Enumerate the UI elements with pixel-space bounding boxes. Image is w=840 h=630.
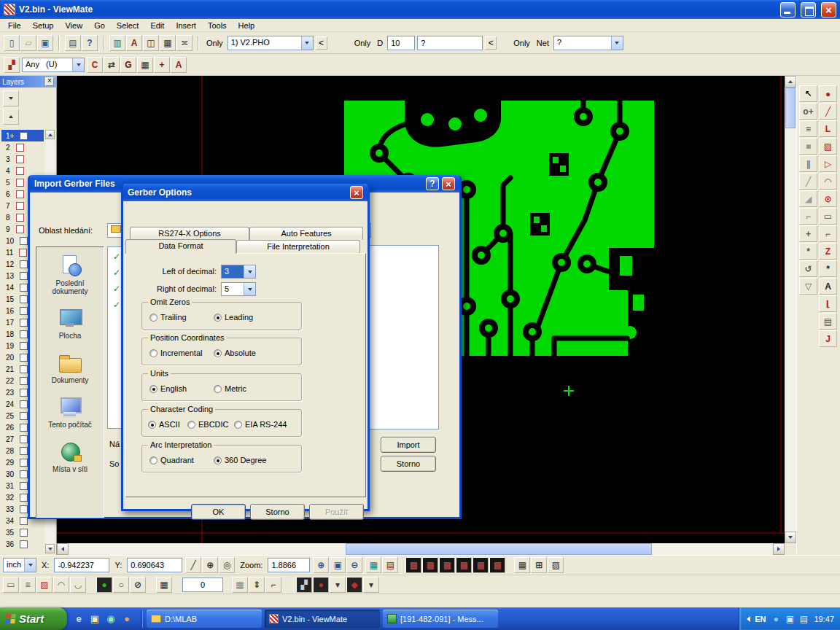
explorer-icon[interactable]: ▣ bbox=[88, 612, 102, 626]
radio-absolute[interactable] bbox=[214, 349, 222, 357]
place-desktop[interactable]: Plocha bbox=[36, 300, 104, 344]
steps-tool-icon[interactable]: ⌐ bbox=[799, 208, 817, 225]
hatch-tool-icon[interactable]: ∥ bbox=[799, 155, 817, 172]
dialog-close-button[interactable] bbox=[442, 177, 455, 190]
text-a-tool-icon[interactable]: A bbox=[819, 278, 837, 295]
zoom-out-icon[interactable]: ⊖ bbox=[346, 557, 362, 573]
save-icon[interactable]: ▣ bbox=[37, 35, 53, 51]
menu-item[interactable]: Insert bbox=[170, 20, 202, 31]
rect-tool-icon[interactable]: ▭ bbox=[819, 208, 837, 225]
grid-lines-icon[interactable]: ▤ bbox=[382, 557, 398, 573]
place-documents[interactable]: Dokumenty bbox=[36, 344, 104, 389]
circle-tool-icon[interactable]: C bbox=[87, 57, 103, 73]
text-tool-icon[interactable]: A bbox=[171, 57, 187, 73]
line-tool-icon[interactable]: ╱ bbox=[819, 103, 837, 120]
filled-rect-tool-icon[interactable]: ■ bbox=[799, 138, 817, 155]
cross-tool-icon[interactable]: + bbox=[154, 57, 170, 73]
minimize-button[interactable] bbox=[780, 2, 796, 18]
layer-row[interactable]: 2 bbox=[1, 141, 44, 153]
table-icon[interactable]: ⊞ bbox=[531, 557, 547, 573]
apply-button[interactable]: Použít bbox=[309, 504, 364, 520]
radio-quadrant[interactable] bbox=[149, 456, 158, 464]
open-folder-icon[interactable]: ▱ bbox=[20, 35, 36, 51]
zoom-window-icon[interactable]: ▣ bbox=[330, 557, 346, 573]
slash-tool-icon[interactable]: ╱ bbox=[799, 173, 817, 190]
fill-pattern-icon[interactable]: ▞ bbox=[296, 577, 312, 593]
radio-incremental[interactable] bbox=[149, 349, 158, 357]
left-of-decimal-combo[interactable]: 3 bbox=[221, 265, 256, 279]
menu-item[interactable]: Edit bbox=[144, 20, 170, 31]
layer-row[interactable]: 35 bbox=[1, 526, 44, 538]
scroll-left-icon[interactable] bbox=[57, 543, 69, 555]
media-icon[interactable]: ◉ bbox=[104, 612, 118, 626]
chevron-down-icon[interactable] bbox=[244, 265, 255, 278]
dot-pattern-icon[interactable]: ● bbox=[313, 577, 329, 593]
ie-icon[interactable]: e bbox=[71, 612, 86, 626]
circle-outline-icon[interactable]: ○ bbox=[113, 577, 129, 593]
snap-grid-icon[interactable]: ▦ bbox=[156, 577, 172, 593]
prev-file-button[interactable]: < bbox=[316, 36, 327, 50]
pointer-tool-icon[interactable]: ↖ bbox=[799, 85, 817, 102]
star-tool-icon[interactable]: * bbox=[819, 260, 837, 277]
storno-button[interactable]: Storno bbox=[250, 504, 305, 520]
place-network[interactable]: Místa v síti bbox=[36, 433, 104, 478]
zoom-value[interactable]: 1.8866 bbox=[268, 558, 310, 572]
menu-item[interactable]: Tools bbox=[202, 20, 233, 31]
tab-rs274x-options[interactable]: RS274-X Options bbox=[130, 227, 249, 240]
rotation-value[interactable]: 0 bbox=[182, 578, 223, 592]
zigzag-tool-icon[interactable]: Z bbox=[819, 243, 837, 260]
dcode-filter-input[interactable]: ? bbox=[417, 36, 483, 50]
pad-tool-icon[interactable]: ● bbox=[819, 85, 837, 102]
arc-down-icon[interactable]: ◡ bbox=[70, 577, 86, 593]
chevron-down-icon[interactable] bbox=[301, 36, 313, 50]
dialog-close-button[interactable] bbox=[350, 186, 363, 199]
layers-close-icon[interactable] bbox=[45, 77, 54, 86]
radio-360-degree[interactable] bbox=[214, 456, 222, 464]
import-button[interactable]: Import bbox=[381, 437, 436, 453]
fan-tool-icon[interactable]: ◢ bbox=[799, 190, 817, 207]
menu-item[interactable]: File bbox=[2, 20, 27, 31]
horizontal-scrollbar[interactable] bbox=[57, 543, 785, 555]
dcode-input[interactable]: 10 bbox=[387, 36, 415, 50]
tab-data-format[interactable]: Data Format bbox=[125, 239, 236, 254]
corner-tool-icon[interactable]: ⌐ bbox=[819, 225, 837, 242]
pattern-dropdown-icon[interactable]: ▾ bbox=[330, 577, 346, 593]
highlight-dcode-icon[interactable]: A bbox=[126, 35, 142, 51]
tray-keyboard-icon[interactable]: ▤ bbox=[798, 613, 809, 625]
menu-item[interactable]: Go bbox=[88, 20, 111, 31]
plus-tool-icon[interactable]: + bbox=[799, 225, 817, 242]
new-file-icon[interactable]: ▯ bbox=[4, 35, 20, 51]
radio-ascii[interactable] bbox=[148, 421, 156, 429]
layer-row[interactable]: 36 bbox=[1, 538, 44, 550]
file-combo[interactable]: 1) V2.PHO bbox=[228, 36, 314, 50]
layer-move-down-button[interactable] bbox=[3, 90, 19, 106]
ruler-lines-icon[interactable]: ≡ bbox=[20, 577, 36, 593]
grid-icon[interactable]: ▦ bbox=[137, 57, 153, 73]
layers-scroll-down-icon[interactable] bbox=[45, 544, 55, 553]
chevron-down-icon[interactable] bbox=[24, 559, 36, 572]
menu-item[interactable]: Help bbox=[233, 20, 261, 31]
triangle-tool-icon[interactable]: ▷ bbox=[819, 155, 837, 172]
j-hook-tool-icon[interactable]: J bbox=[819, 330, 837, 347]
dot-grid-icon[interactable]: ▦ bbox=[232, 577, 248, 593]
panel-tool-icon[interactable]: ▤ bbox=[819, 313, 837, 330]
rotate-tool-icon[interactable]: ↺ bbox=[799, 260, 817, 277]
layer-filter-combo[interactable]: Any (U) bbox=[22, 58, 85, 72]
film-view-1-icon[interactable]: ▩ bbox=[405, 557, 421, 573]
menu-item[interactable]: View bbox=[59, 20, 88, 31]
dialog-help-button[interactable]: ? bbox=[426, 177, 439, 190]
highlight-net-icon[interactable]: ▨ bbox=[36, 577, 52, 593]
chevron-down-icon[interactable] bbox=[72, 58, 84, 71]
film-view-6-icon[interactable]: ▩ bbox=[489, 557, 505, 573]
restore-button[interactable] bbox=[801, 2, 816, 18]
traffic-light-icon[interactable]: ● bbox=[96, 577, 112, 593]
aperture-list-button[interactable]: ▞ bbox=[4, 57, 20, 73]
probe-icon[interactable]: ⊘ bbox=[130, 577, 146, 593]
zoom-in-icon[interactable]: ⊕ bbox=[313, 557, 329, 573]
fill-tool-icon[interactable]: ▨ bbox=[819, 138, 837, 155]
scroll-right-icon[interactable] bbox=[773, 543, 785, 555]
tab-file-interpretation[interactable]: File Interpretation bbox=[236, 240, 360, 253]
origin-icon[interactable]: ⊕ bbox=[202, 557, 218, 573]
language-indicator[interactable]: EN bbox=[755, 615, 766, 623]
polyline-tool-icon[interactable]: L bbox=[819, 120, 837, 137]
